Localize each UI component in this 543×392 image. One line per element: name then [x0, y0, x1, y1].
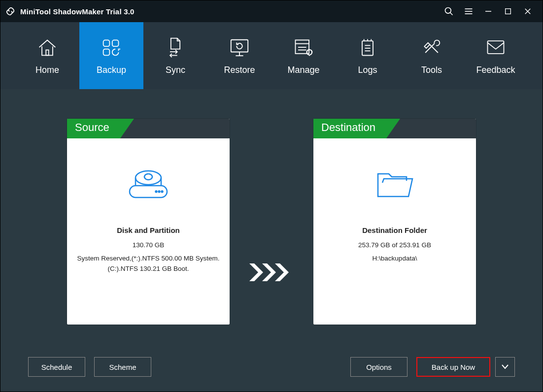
nav-restore[interactable]: Restore [207, 22, 272, 89]
content-area: Source Disk and Partition 130.70 GB [0, 89, 543, 342]
source-detail-2: (C:).NTFS 130.21 GB Boot. [75, 264, 222, 274]
app-logo-icon [4, 5, 16, 17]
schedule-button[interactable]: Schedule [28, 357, 85, 377]
nav-backup[interactable]: Backup [79, 22, 143, 89]
destination-tab-label: Destination [313, 119, 386, 138]
nav-label: Logs [358, 65, 377, 75]
svg-rect-25 [488, 41, 504, 54]
svg-point-29 [156, 191, 157, 193]
destination-path: H:\backupdata\ [321, 254, 468, 264]
arrow-icon [249, 263, 294, 281]
close-button[interactable] [518, 0, 538, 22]
restore-icon [228, 36, 251, 58]
app-window: MiniTool ShadowMaker Trial 3.0 Home [0, 0, 543, 392]
svg-rect-9 [46, 50, 48, 55]
nav-label: Tools [421, 65, 442, 75]
nav-label: Manage [287, 65, 319, 75]
feedback-icon [485, 36, 507, 58]
source-title: Disk and Partition [75, 226, 222, 234]
destination-title: Destination Folder [321, 226, 468, 234]
destination-header: Destination [313, 119, 476, 138]
svg-rect-13 [231, 39, 248, 52]
svg-point-27 [159, 191, 160, 193]
nav-label: Sync [166, 65, 185, 75]
titlebar: MiniTool ShadowMaker Trial 3.0 [0, 0, 543, 22]
nav-label: Backup [97, 65, 126, 75]
sync-icon [166, 36, 185, 58]
minimize-button[interactable] [478, 0, 498, 22]
maximize-button[interactable] [498, 0, 518, 22]
tools-icon [421, 36, 442, 58]
nav-label: Home [35, 65, 59, 75]
source-detail-1: System Reserved,(*:).NTFS 500.00 MB Syst… [75, 254, 222, 264]
backup-now-button[interactable]: Back up Now [416, 357, 490, 377]
svg-rect-6 [506, 9, 511, 14]
folder-icon [321, 167, 468, 202]
nav-label: Feedback [476, 65, 515, 75]
nav-logs[interactable]: Logs [336, 22, 400, 89]
search-button[interactable] [439, 0, 459, 22]
footer: Schedule Scheme Options Back up Now [0, 342, 543, 392]
svg-line-1 [450, 13, 453, 15]
svg-rect-11 [112, 40, 119, 46]
svg-point-28 [162, 191, 163, 193]
source-header: Source [67, 119, 230, 138]
scheme-button[interactable]: Scheme [94, 357, 151, 377]
source-card[interactable]: Source Disk and Partition 130.70 GB [67, 119, 230, 325]
svg-rect-10 [103, 40, 110, 46]
navbar: Home Backup Sync Restore Manage [0, 22, 543, 89]
nav-manage[interactable]: Manage [272, 22, 336, 89]
svg-point-0 [445, 8, 451, 14]
nav-sync[interactable]: Sync [143, 22, 207, 89]
destination-card[interactable]: Destination Destination Folder 253.79 GB… [313, 119, 476, 325]
home-icon [36, 36, 58, 58]
window-title: MiniTool ShadowMaker Trial 3.0 [20, 7, 135, 16]
disk-icon [75, 167, 222, 202]
menu-button[interactable] [459, 0, 478, 22]
nav-home[interactable]: Home [15, 22, 79, 89]
svg-point-30 [136, 171, 161, 185]
options-button[interactable]: Options [350, 357, 407, 377]
backup-icon [101, 36, 122, 58]
manage-icon [293, 36, 314, 58]
nav-label: Restore [224, 65, 255, 75]
svg-rect-12 [103, 49, 110, 55]
source-size: 130.70 GB [75, 240, 222, 251]
backup-dropdown-button[interactable] [495, 357, 515, 377]
logs-icon [358, 36, 377, 58]
nav-feedback[interactable]: Feedback [464, 22, 528, 89]
destination-size: 253.79 GB of 253.91 GB [321, 240, 468, 251]
source-tab-label: Source [67, 119, 120, 138]
nav-tools[interactable]: Tools [400, 22, 464, 89]
